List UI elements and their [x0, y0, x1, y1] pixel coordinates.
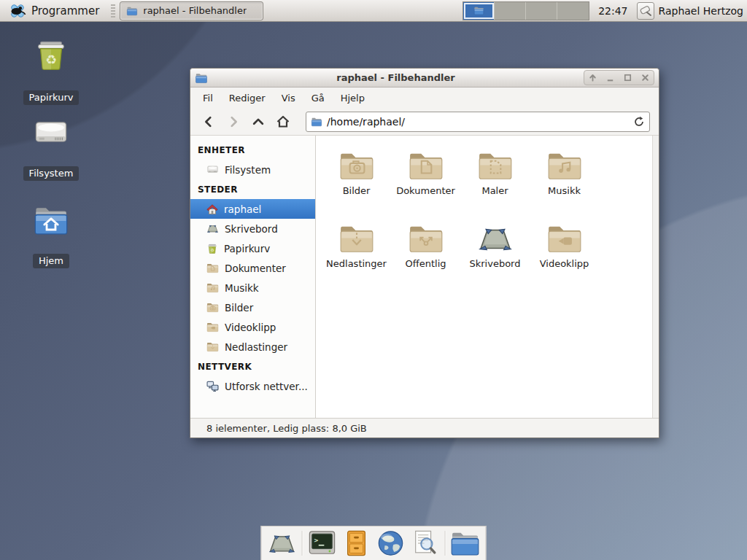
trash-icon	[206, 243, 218, 254]
file-search-icon	[411, 529, 439, 557]
sidebar-item-downloads[interactable]: Nedlastinger	[190, 337, 315, 357]
minimize-button[interactable]	[605, 72, 616, 83]
home-icon	[206, 203, 218, 215]
maximize-button[interactable]	[622, 72, 633, 83]
applications-menu-label: Programmer	[31, 4, 99, 18]
top-panel: Programmer raphael - Filbehandler 22:47 …	[0, 0, 747, 22]
user-name-label: Raphael Hertzog	[659, 5, 743, 17]
up-button[interactable]	[246, 111, 271, 133]
window-title: raphael - Filbehandler	[208, 72, 584, 83]
folder-documents-icon	[206, 262, 219, 273]
file-grid: Bilder Dokumenter Maler Musikk Nedlastin…	[316, 136, 652, 418]
folder-videos-icon	[206, 322, 219, 332]
folder-icon	[311, 117, 322, 127]
desktop-icon-label: Filsystem	[23, 166, 80, 181]
dock-separator	[302, 531, 303, 556]
file-item-videos[interactable]: Videoklipp	[530, 216, 599, 289]
vertical-scrollbar[interactable]	[652, 136, 659, 418]
taskbar-window-button[interactable]: raphael - Filbehandler	[120, 1, 263, 20]
folder-pictures-icon	[338, 150, 375, 181]
sidebar-header-places: STEDER	[190, 179, 315, 199]
sidebar-item-pictures[interactable]: Bilder	[190, 298, 315, 317]
file-item-templates[interactable]: Maler	[460, 143, 530, 216]
globe-icon	[377, 529, 405, 557]
hard-drive-icon	[206, 164, 219, 175]
sidebar-header-network: NETTVERK	[190, 357, 315, 376]
session-action-icon	[637, 2, 654, 20]
workspace-2[interactable]	[495, 2, 526, 20]
path-bar[interactable]	[306, 112, 650, 132]
workspace-1[interactable]	[463, 2, 495, 20]
file-manager-window: raphael - Filbehandler Fil Rediger Vis G…	[190, 68, 659, 438]
file-item-pictures[interactable]: Bilder	[322, 143, 391, 216]
desktop-icon-trash[interactable]: Papirkurv	[15, 36, 88, 105]
workspace-switcher	[462, 1, 589, 20]
dock-show-desktop-button[interactable]	[268, 529, 297, 557]
sidebar-item-browse-network[interactable]: Utforsk nettver...	[190, 376, 315, 396]
window-controls	[584, 70, 654, 85]
folder-templates-icon	[477, 150, 514, 181]
folder-public-icon	[408, 223, 444, 254]
folder-documents-icon	[408, 150, 444, 181]
file-item-desktop[interactable]: Skrivebord	[460, 216, 530, 289]
dock-file-search-button[interactable]	[411, 529, 440, 557]
dock	[261, 526, 487, 560]
sidebar-item-documents[interactable]: Dokumenter	[190, 258, 315, 278]
taskbar-window-label: raphael - Filbehandler	[143, 5, 247, 16]
xfce-logo-icon	[9, 2, 26, 20]
folder-downloads-icon	[338, 223, 375, 254]
dock-separator	[445, 531, 446, 556]
file-item-music[interactable]: Musikk	[530, 143, 599, 216]
folder-videos-icon	[546, 223, 583, 254]
forward-button[interactable]	[221, 111, 246, 133]
desktop-icon-label: Papirkurv	[23, 90, 80, 105]
sidebar-item-desktop[interactable]: Skrivebord	[190, 219, 315, 238]
dock-web-browser-button[interactable]	[376, 529, 406, 557]
menubar: Fil Rediger Vis Gå Hjelp	[190, 88, 659, 108]
back-button[interactable]	[196, 111, 221, 133]
file-item-documents[interactable]: Dokumenter	[391, 143, 460, 216]
menu-go[interactable]: Gå	[305, 90, 331, 106]
menu-view[interactable]: Vis	[275, 90, 302, 106]
desktop-icon	[206, 223, 219, 234]
dock-file-manager-button[interactable]	[451, 529, 480, 557]
dock-file-cabinet-button[interactable]	[342, 529, 371, 557]
home-folder-icon	[15, 204, 88, 236]
desktop-icon	[477, 223, 514, 254]
terminal-icon	[309, 529, 336, 557]
menu-file[interactable]: Fil	[196, 90, 220, 106]
titlebar[interactable]: raphael - Filbehandler	[190, 69, 659, 88]
file-manager-icon	[126, 6, 138, 16]
sidebar-item-filesystem[interactable]: Filsystem	[190, 160, 315, 179]
user-session-button[interactable]: Raphael Hertzog	[637, 2, 743, 20]
hard-drive-icon	[15, 117, 88, 149]
file-item-downloads[interactable]: Nedlastinger	[322, 216, 391, 289]
sidebar-item-music[interactable]: Musikk	[190, 278, 315, 298]
desktop-icon-filesystem[interactable]: Filsystem	[15, 117, 88, 181]
workspace-3[interactable]	[526, 2, 557, 20]
sidebar-item-videos[interactable]: Videoklipp	[190, 317, 315, 337]
file-cabinet-icon	[343, 529, 371, 557]
status-text: 8 ielementer, Ledig plass: 8,0 GiB	[206, 423, 367, 434]
file-manager-icon	[449, 529, 481, 557]
shade-button[interactable]	[587, 72, 598, 83]
dock-terminal-button[interactable]	[308, 529, 337, 557]
folder-music-icon	[206, 282, 219, 293]
workspace-4[interactable]	[557, 2, 589, 20]
desktop-icon-home[interactable]: Hjem	[15, 204, 88, 268]
applications-menu-button[interactable]: Programmer	[4, 1, 104, 20]
menu-help[interactable]: Hjelp	[334, 90, 371, 106]
sidebar-item-trash[interactable]: Papirkurv	[190, 238, 315, 258]
path-input[interactable]	[327, 116, 633, 128]
home-button[interactable]	[271, 111, 295, 133]
reload-icon[interactable]	[633, 116, 645, 128]
file-item-public[interactable]: Offentlig	[391, 216, 460, 289]
show-desktop-icon	[268, 531, 297, 556]
file-pane: Bilder Dokumenter Maler Musikk Nedlastin…	[316, 136, 659, 418]
sidebar-item-home[interactable]: raphael	[190, 199, 315, 219]
folder-downloads-icon	[206, 341, 219, 352]
menu-edit[interactable]: Rediger	[222, 90, 272, 106]
panel-clock[interactable]: 22:47	[595, 5, 630, 17]
close-button[interactable]	[640, 72, 651, 83]
file-manager-icon	[473, 6, 484, 15]
